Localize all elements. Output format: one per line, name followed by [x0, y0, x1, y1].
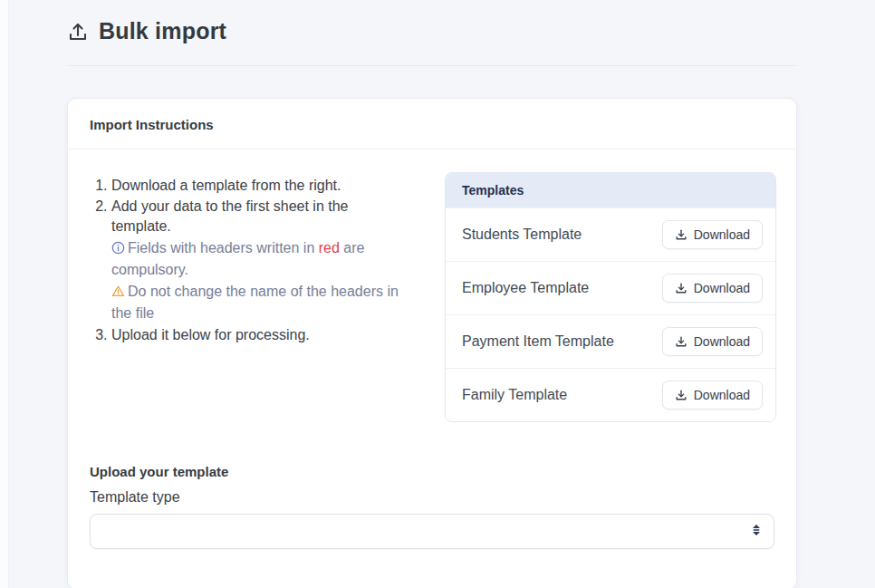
template-row-family: Family Template Download — [446, 368, 775, 421]
templates-panel: Templates Students Template — [445, 172, 776, 422]
template-name: Family Template — [462, 387, 567, 403]
info-note: Fields with headers written in red are c… — [111, 238, 410, 280]
upload-section-title: Upload your template — [90, 464, 774, 479]
main-content: Bulk import Import Instructions Download… — [67, 0, 797, 588]
download-icon — [675, 389, 688, 401]
template-name: Students Template — [462, 227, 582, 243]
info-icon — [111, 240, 125, 260]
template-row-employee: Employee Template Download — [446, 261, 775, 314]
upload-section: Upload your template Template type — [90, 464, 774, 549]
red-highlight: red — [319, 240, 340, 255]
download-icon — [675, 282, 688, 294]
download-family-button[interactable]: Download — [662, 381, 763, 410]
download-icon — [675, 335, 688, 348]
download-employee-button[interactable]: Download — [662, 274, 763, 303]
download-icon — [675, 228, 688, 241]
download-students-button[interactable]: Download — [662, 220, 763, 249]
import-card: Import Instructions Download a template … — [67, 98, 797, 588]
instructions-list: Download a template from the right. Add … — [90, 172, 445, 346]
import-card-body: Download a template from the right. Add … — [68, 149, 796, 588]
template-row-students: Students Template Download — [446, 207, 775, 261]
warning-icon — [111, 284, 125, 304]
page-title: Bulk import — [99, 18, 226, 44]
template-name: Employee Template — [462, 280, 589, 296]
instruction-step-1: Download a template from the right. — [111, 176, 410, 196]
upload-icon — [67, 21, 89, 43]
header-divider — [67, 65, 797, 66]
warning-note: Do not change the name of the headers in… — [111, 282, 410, 323]
template-type-label: Template type — [90, 489, 774, 506]
template-type-select[interactable] — [90, 514, 774, 549]
instruction-step-3: Upload it below for processing. — [111, 325, 410, 345]
download-payment-item-button[interactable]: Download — [662, 327, 763, 356]
instruction-step-2: Add your data to the first sheet in the … — [111, 197, 410, 323]
templates-panel-header: Templates — [446, 173, 775, 207]
template-row-payment-item: Payment Item Template Download — [446, 314, 775, 368]
page-header: Bulk import — [67, 0, 797, 47]
template-name: Payment Item Template — [462, 333, 614, 350]
page-left-edge — [0, 0, 9, 588]
import-card-header: Import Instructions — [68, 99, 796, 149]
select-caret-icon — [751, 524, 762, 540]
